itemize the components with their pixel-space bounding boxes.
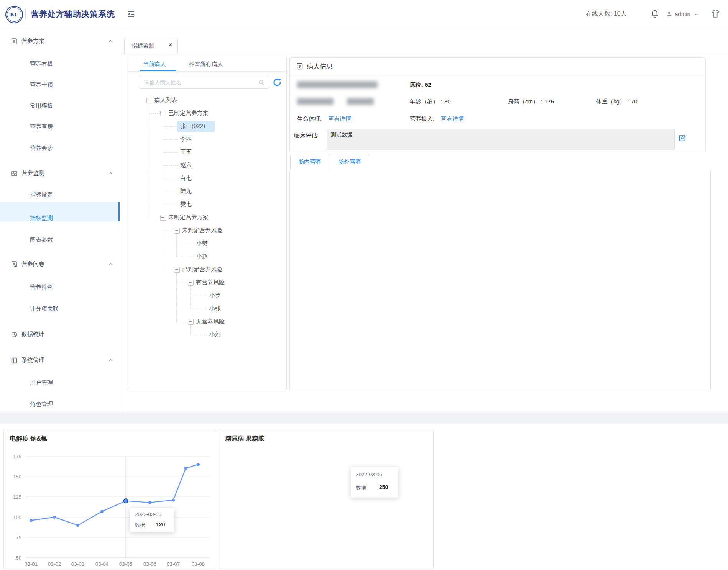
user-chevron-down-icon[interactable] [694, 13, 698, 16]
height-label: 身高（cm）： [508, 98, 544, 105]
tree-branch-已判定营养风险[interactable]: 已判定营养风险 [182, 266, 222, 273]
sidebar-item-角色管理[interactable]: 角色管理 [0, 398, 118, 411]
user-avatar-icon [666, 11, 673, 18]
tree-branch-有营养风险[interactable]: 有营养风险 [196, 279, 225, 286]
tree-leaf-小樊[interactable]: 小樊 [196, 240, 208, 247]
sidebar-item-label: 营养干预 [30, 81, 53, 88]
user-menu[interactable]: admin [675, 11, 690, 17]
notification-bell-icon[interactable] [650, 9, 659, 19]
tree-collapse-icon[interactable] [146, 98, 152, 103]
tree-connector-stub [163, 126, 178, 127]
age-value: 30 [444, 98, 451, 105]
sidebar-item-指标设定[interactable]: 指标设定 [0, 188, 118, 201]
sidebar-item-label: 计分项关联 [30, 305, 59, 313]
tree-connector-stub [190, 296, 207, 296]
patient-search-input[interactable] [139, 76, 269, 89]
system-icon [11, 357, 18, 364]
tree-leaf-李四[interactable]: 李四 [180, 136, 192, 143]
tree-leaf-小赵[interactable]: 小赵 [196, 253, 208, 260]
sidebar-group-营养方案[interactable]: 营养方案 [0, 34, 120, 49]
tree-leaf-小张[interactable]: 小张 [209, 305, 221, 312]
tooltip-date: 2022-03-05 [135, 511, 161, 517]
sidebar-group-系统管理[interactable]: 系统管理 [0, 353, 120, 368]
tree-leaf-小罗[interactable]: 小罗 [209, 292, 221, 299]
tree-connector-stub [163, 231, 174, 231]
tree-connector-stub [149, 113, 160, 114]
tree-branch-无营养风险[interactable]: 无营养风险 [196, 318, 225, 325]
sidebar-item-用户管理[interactable]: 用户管理 [0, 377, 118, 390]
page-root: KL 营养处方辅助决策系统 在线人数: 10人 admin 营养方案营养看板营养… [0, 0, 728, 570]
tree-connector-line [190, 286, 191, 309]
tab-enteral-nutrition[interactable]: 肠内营养 [290, 154, 329, 169]
tree-branch-病人列表[interactable]: 病人列表 [154, 97, 177, 104]
theme-tshirt-icon[interactable] [710, 8, 721, 20]
tree-leaf-樊七[interactable]: 樊七 [180, 201, 192, 208]
tree-collapse-icon[interactable] [188, 319, 194, 325]
app-logo-icon: KL [5, 6, 23, 23]
bed-label: 床位: [410, 81, 423, 88]
app-header: KL 营养处方辅助决策系统 在线人数: 10人 admin [0, 0, 728, 28]
height-value: 175 [544, 98, 554, 105]
sidebar-item-指标监测[interactable]: 指标监测 [0, 212, 118, 225]
sidebar-item-计分项关联[interactable]: 计分项关联 [0, 303, 118, 316]
sidebar-item-label: 角色管理 [30, 401, 53, 408]
sidebar-item-营养会诊[interactable]: 营养会诊 [0, 142, 118, 155]
sidebar-group-营养监测[interactable]: 营养监测 [0, 166, 120, 181]
svg-text:75: 75 [16, 535, 21, 541]
sidebar-item-label: 营养查房 [30, 123, 53, 131]
tab-department-patients[interactable]: 科室所有病人 [189, 61, 223, 68]
tree-leaf-白七[interactable]: 白七 [180, 175, 192, 182]
tree-connector-stub [163, 165, 178, 166]
svg-text:03-04: 03-04 [95, 561, 109, 567]
tree-branch-未判定营养风险[interactable]: 未判定营养风险 [182, 227, 222, 234]
tree-leaf-王五[interactable]: 王五 [180, 149, 192, 156]
tree-connector-line [163, 221, 163, 270]
tree-leaf-小刘[interactable]: 小刘 [209, 331, 221, 338]
tab-close-icon[interactable]: × [169, 41, 172, 48]
weight-field: 体重（kg）：70 [596, 98, 638, 105]
tree-connector-stub [163, 270, 174, 270]
intake-detail-link[interactable]: 查看详情 [441, 115, 464, 123]
refresh-icon[interactable] [272, 77, 282, 87]
sidebar-active-bar [118, 202, 120, 221]
sidebar-collapse-icon[interactable] [127, 10, 136, 19]
line-chart-tooltip: 2022-03-05 数据 120 [130, 508, 174, 532]
vitals-label: 生命体征: [297, 115, 322, 123]
tab-current-patients[interactable]: 当前病人 [143, 61, 166, 68]
sidebar-group-营养问卷[interactable]: 营养问卷 [0, 257, 120, 272]
tree-collapse-icon[interactable] [174, 267, 180, 273]
tree-collapse-icon[interactable] [160, 215, 166, 221]
sidebar-item-营养查房[interactable]: 营养查房 [0, 121, 118, 134]
tree-collapse-icon[interactable] [160, 111, 166, 116]
sidebar-item-营养筛查[interactable]: 营养筛查 [0, 281, 118, 294]
redacted-name [297, 98, 334, 105]
sidebar-item-label: 营养筛查 [30, 283, 53, 291]
age-label: 年龄（岁）： [410, 98, 444, 105]
sidebar-item-营养看板[interactable]: 营养看板 [0, 57, 118, 70]
svg-text:03-03: 03-03 [71, 561, 85, 567]
sidebar-item-常用模板[interactable]: 常用模板 [0, 100, 118, 113]
tree-collapse-icon[interactable] [188, 280, 194, 286]
tree-connector-stub [190, 309, 207, 309]
tree-branch-未制定营养方案[interactable]: 未制定营养方案 [168, 214, 209, 221]
tree-leaf-张三(022)[interactable]: 张三(022) [180, 123, 205, 130]
sidebar-item-label: 常用模板 [30, 102, 53, 110]
tree-leaf-陆九[interactable]: 陆九 [180, 188, 192, 195]
tree-connector-stub [163, 152, 178, 153]
assessment-textarea[interactable]: 测试数据 [327, 129, 675, 150]
tab-indicator-monitoring[interactable]: 指标监测 × [124, 38, 178, 54]
tab-parenteral-nutrition[interactable]: 肠外营养 [330, 154, 369, 169]
sidebar-item-营养干预[interactable]: 营养干预 [0, 79, 118, 92]
chart-title: 糖尿病-果糖胺 [225, 435, 264, 443]
tree-connector-line [149, 103, 149, 218]
vitals-detail-link[interactable]: 查看详情 [328, 115, 351, 123]
svg-text:03-01: 03-01 [25, 561, 38, 567]
tree-collapse-icon[interactable] [174, 228, 180, 234]
sidebar-item-图表参数[interactable]: 图表参数 [0, 234, 118, 247]
svg-text:03-06: 03-06 [143, 561, 157, 567]
tree-branch-已制定营养方案[interactable]: 已制定营养方案 [168, 110, 209, 117]
tree-leaf-赵六[interactable]: 赵六 [180, 162, 192, 169]
edit-assessment-icon[interactable] [679, 134, 686, 142]
bed-field: 床位: 52 [410, 81, 431, 88]
sidebar-group-数据统计[interactable]: 数据统计 [0, 327, 120, 342]
